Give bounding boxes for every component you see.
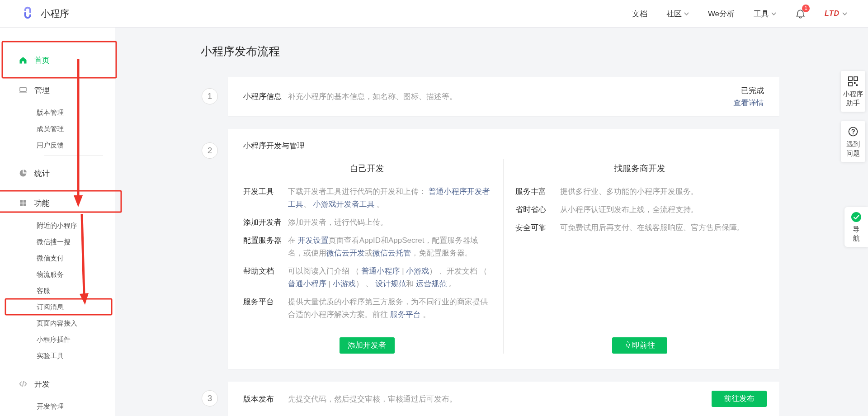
sidebar-subitem[interactable]: 微信支付	[0, 250, 115, 266]
service-provider-column: 找服务商开发 服务丰富提供多行业、多功能的小程序开发服务。省时省心从小程序认证到…	[504, 159, 764, 354]
brand-label: 小程序	[41, 7, 69, 20]
inline-link[interactable]: 小游戏	[333, 279, 356, 288]
status-badge: 已完成	[741, 86, 764, 95]
nav-float-widget[interactable]: 导 航	[844, 207, 868, 247]
sidebar-subitem[interactable]: 实验工具	[0, 348, 115, 364]
notification-badge: 1	[802, 5, 810, 12]
info-row-label: 开发工具	[243, 185, 288, 211]
step-number: 2	[202, 142, 218, 159]
main-content: 小程序发布流程 1 小程序信息 补充小程序的基本信息，如名称、图标、描述等。 已…	[115, 28, 868, 416]
sidebar-subitem[interactable]: 成员管理	[0, 121, 115, 137]
sidebar-subitem[interactable]: 附近的小程序	[0, 217, 115, 234]
sidebar-item-features[interactable]: 功能	[0, 193, 115, 213]
grid-icon	[18, 199, 28, 208]
go-now-button[interactable]: 立即前往	[612, 337, 667, 354]
step-number: 1	[202, 88, 218, 104]
chevron-down-icon	[684, 12, 689, 15]
inline-link[interactable]: 普通小程序	[361, 267, 400, 275]
sidebar-subitem[interactable]: 版本管理	[0, 104, 115, 121]
nav-community-label: 社区	[666, 9, 682, 19]
step-3: 3 版本发布 先提交代码，然后提交审核，审核通过后可发布。 前往发布	[228, 382, 779, 416]
info-row: 省时省心从小程序认证到发布上线，全流程支持。	[515, 203, 764, 216]
nav-docs-label: 文档	[632, 9, 647, 19]
sidebar-subitem[interactable]: 订阅消息	[0, 299, 115, 315]
inline-link[interactable]: 小游戏开发者工具	[313, 200, 375, 208]
info-row: 配置服务器在 开发设置页面查看AppID和AppSecret，配置服务器域名，或…	[243, 234, 491, 260]
top-header: 小程序 文档 社区 We分析 工具 1 LTD	[0, 0, 868, 28]
sidebar-subitem[interactable]: 客服	[0, 283, 115, 299]
right-rail: 小程序 助手 遇到 问题 导 航	[840, 71, 868, 247]
nav-we-analysis[interactable]: We分析	[708, 9, 735, 19]
go-publish-button[interactable]: 前往发布	[712, 391, 767, 407]
sidebar-item-home[interactable]: 首页	[0, 50, 115, 70]
sidebar-subitem[interactable]: 页面内容接入	[0, 315, 115, 331]
add-developer-button[interactable]: 添加开发者	[340, 337, 395, 354]
sidebar-item-label: 开发	[34, 379, 50, 389]
step-1: 1 小程序信息 补充小程序的基本信息，如名称、图标、描述等。 已完成 查看详情	[228, 77, 779, 116]
inline-link[interactable]: 开发设置	[298, 236, 329, 245]
sidebar-subitem[interactable]: 物流服务	[0, 266, 115, 283]
assistant-label-line: 助手	[843, 99, 863, 108]
info-row-text: 添加开发者，进行代码上传。	[288, 216, 491, 229]
step-2: 2 小程序开发与管理 自己开发 开发工具下载开发者工具进行代码的开发和上传： 普…	[228, 129, 779, 369]
sidebar-divider	[44, 155, 103, 156]
miniprogram-assistant-widget[interactable]: 小程序 助手	[841, 71, 865, 112]
info-row-text: 在 开发设置页面查看AppID和AppSecret，配置服务器域名，或使用微信云…	[288, 234, 491, 260]
inline-link[interactable]: 服务平台	[390, 310, 421, 319]
info-row: 开发工具下载开发者工具进行代码的开发和上传： 普通小程序开发者工具、 小游戏开发…	[243, 185, 491, 211]
help-label-line: 遇到	[843, 140, 863, 149]
dev-columns: 自己开发 开发工具下载开发者工具进行代码的开发和上传： 普通小程序开发者工具、 …	[243, 159, 764, 354]
page-title: 小程序发布流程	[201, 44, 868, 59]
brand[interactable]: 小程序	[21, 5, 69, 22]
sidebar-item-develop[interactable]: 开发	[0, 374, 115, 394]
info-row: 安全可靠可免费试用后再支付、在线客服响应、官方售后保障。	[515, 222, 764, 234]
info-row-text: 可免费试用后再支付、在线客服响应、官方售后保障。	[560, 222, 764, 234]
sidebar-subitem[interactable]: 开发管理	[0, 398, 115, 415]
inline-link[interactable]: 小游戏	[406, 267, 429, 275]
info-row-label: 服务平台	[243, 296, 288, 321]
info-row-label: 省时省心	[515, 203, 560, 216]
monitor-icon	[18, 85, 28, 95]
sidebar-item-label: 统计	[34, 168, 50, 179]
account-menu[interactable]: LTD	[825, 9, 847, 18]
sidebar-subitem[interactable]: 微信搜一搜	[0, 234, 115, 250]
sidebar-item-stats[interactable]: 统计	[0, 163, 115, 183]
inline-link[interactable]: 运营规范	[416, 279, 447, 288]
help-widget[interactable]: 遇到 问题	[841, 121, 865, 162]
step-3-desc: 先提交代码，然后提交审核，审核通过后可发布。	[288, 394, 457, 404]
chevron-down-icon	[842, 12, 847, 15]
info-row-text: 下载开发者工具进行代码的开发和上传： 普通小程序开发者工具、 小游戏开发者工具 …	[288, 185, 491, 211]
inline-link[interactable]: 微信云开发	[326, 249, 365, 257]
header-nav: 文档 社区 We分析 工具 1 LTD	[632, 9, 847, 19]
inline-link[interactable]: 普通小程序	[288, 279, 326, 288]
code-icon	[18, 379, 28, 389]
info-row-text: 从小程序认证到发布上线，全流程支持。	[560, 203, 764, 216]
step-1-status-block: 已完成 查看详情	[733, 85, 764, 109]
steps-list: 1 小程序信息 补充小程序的基本信息，如名称、图标、描述等。 已完成 查看详情 …	[228, 77, 779, 416]
info-row-label: 配置服务器	[243, 234, 288, 260]
info-row: 帮助文档可以阅读入门介绍 （ 普通小程序 | 小游戏） 、开发文档 （ 普通小程…	[243, 265, 491, 290]
inline-link[interactable]: 设计规范	[375, 279, 406, 288]
sidebar-subitem[interactable]: 用户反馈	[0, 137, 115, 153]
self-develop-title: 自己开发	[243, 163, 491, 175]
info-row-text: 提供多行业、多功能的小程序开发服务。	[560, 185, 764, 198]
nav-label-line: 导	[846, 225, 866, 234]
chevron-down-icon	[771, 12, 776, 15]
pie-chart-icon	[18, 169, 28, 178]
sidebar-sublist-features: 附近的小程序微信搜一搜微信支付物流服务客服订阅消息页面内容接入小程序插件实验工具	[0, 217, 115, 364]
nav-label-line: 航	[846, 234, 866, 243]
info-row: 服务平台提供大量优质的小程序第三方服务，为不同行业的商家提供合适的小程序解决方案…	[243, 296, 491, 321]
info-row-label: 服务丰富	[515, 185, 560, 198]
sidebar-item-manage[interactable]: 管理	[0, 80, 115, 100]
notification-bell[interactable]: 1	[795, 9, 806, 19]
nav-tools[interactable]: 工具	[754, 9, 776, 19]
sidebar-subitem[interactable]: 小程序插件	[0, 331, 115, 348]
step-1-desc: 补充小程序的基本信息，如名称、图标、描述等。	[288, 91, 457, 102]
nav-docs[interactable]: 文档	[632, 9, 647, 19]
service-provider-title: 找服务商开发	[515, 163, 764, 175]
info-row-text: 提供大量优质的小程序第三方服务，为不同行业的商家提供合适的小程序解决方案。前往 …	[288, 296, 491, 321]
view-details-link[interactable]: 查看详情	[733, 97, 764, 109]
nav-community[interactable]: 社区	[666, 9, 689, 19]
inline-link[interactable]: 微信云托管	[373, 249, 411, 257]
miniprogram-logo-icon	[21, 5, 35, 22]
